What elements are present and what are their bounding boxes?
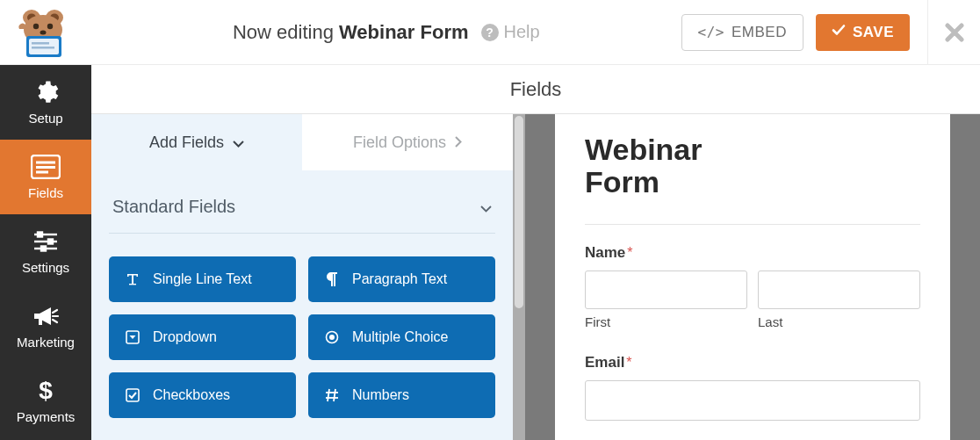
save-button[interactable]: SAVE xyxy=(816,14,910,51)
email-input[interactable] xyxy=(585,380,920,421)
form-icon xyxy=(31,154,61,180)
sidebar-label: Payments xyxy=(17,409,76,424)
top-bar: Now editing Webinar Form ? Help </> EMBE… xyxy=(0,0,980,65)
chevron-right-icon xyxy=(455,133,462,152)
save-label: SAVE xyxy=(853,24,894,41)
sidebar-item-setup[interactable]: Setup xyxy=(0,65,91,140)
preview-gutter xyxy=(525,114,555,440)
editing-label: Now editing Webinar Form xyxy=(233,21,469,44)
first-name-input[interactable] xyxy=(585,270,747,309)
svg-rect-10 xyxy=(32,42,49,45)
tab-field-options[interactable]: Field Options xyxy=(302,114,513,170)
dollar-icon: $ xyxy=(37,378,54,404)
svg-rect-19 xyxy=(38,233,42,237)
group-title: Standard Fields xyxy=(112,197,235,217)
required-indicator: * xyxy=(627,245,632,260)
svg-point-7 xyxy=(40,30,47,34)
preview-gutter xyxy=(950,114,980,440)
svg-point-6 xyxy=(47,23,53,28)
help-icon: ? xyxy=(481,24,499,41)
svg-rect-28 xyxy=(126,389,139,401)
svg-line-29 xyxy=(328,389,329,401)
sidebar-item-settings[interactable]: Settings xyxy=(0,214,91,289)
field-label: Dropdown xyxy=(153,329,217,345)
svg-line-30 xyxy=(334,389,335,401)
svg-rect-20 xyxy=(48,240,53,244)
svg-rect-21 xyxy=(41,247,46,251)
sidebar-label: Settings xyxy=(22,260,69,275)
sliders-icon xyxy=(32,228,59,255)
sublabel-last: Last xyxy=(758,314,920,329)
panel-title: Fields xyxy=(91,65,980,114)
field-multiple-choice[interactable]: Multiple Choice xyxy=(308,314,495,360)
divider xyxy=(927,0,928,65)
chevron-down-icon xyxy=(233,133,244,152)
help-link[interactable]: ? Help xyxy=(481,22,540,42)
last-name-input[interactable] xyxy=(758,270,920,309)
divider xyxy=(585,224,920,225)
form-preview: Webinar Form Name* First Last xyxy=(555,114,950,440)
tab-label: Add Fields xyxy=(149,133,224,152)
svg-rect-14 xyxy=(36,166,55,169)
panel-scrollbar[interactable] xyxy=(513,114,525,440)
field-email[interactable]: Email* xyxy=(585,354,920,421)
svg-rect-24 xyxy=(129,284,136,285)
field-label: Multiple Choice xyxy=(352,329,448,345)
checkbox-icon xyxy=(125,388,141,402)
caret-square-icon xyxy=(125,330,141,344)
field-dropdown[interactable]: Dropdown xyxy=(109,314,296,360)
preview-form-title: Webinar Form xyxy=(585,133,760,199)
field-label: Email xyxy=(585,354,624,371)
text-icon xyxy=(125,272,141,286)
sidebar-label: Fields xyxy=(28,185,63,200)
gear-icon xyxy=(32,79,59,105)
embed-button[interactable]: </> EMBED xyxy=(681,14,803,51)
logo[interactable] xyxy=(14,10,91,55)
field-label: Paragraph Text xyxy=(352,271,447,287)
svg-rect-22 xyxy=(39,319,42,325)
form-name: Webinar Form xyxy=(339,21,469,43)
field-paragraph-text[interactable]: Paragraph Text xyxy=(308,256,495,302)
svg-rect-13 xyxy=(36,162,55,164)
sidebar: Setup Fields Settings Marketing $ Paymen… xyxy=(0,65,91,440)
sidebar-item-marketing[interactable]: Marketing xyxy=(0,289,91,364)
editing-prefix: Now editing xyxy=(233,21,334,43)
svg-point-27 xyxy=(329,335,335,340)
help-label: Help xyxy=(504,22,540,42)
field-name[interactable]: Name* First Last xyxy=(585,244,920,329)
field-label: Checkboxes xyxy=(153,387,230,403)
svg-point-5 xyxy=(33,23,39,28)
svg-rect-11 xyxy=(32,47,54,49)
radio-icon xyxy=(324,330,340,344)
svg-text:$: $ xyxy=(39,378,53,404)
wpforms-logo-icon xyxy=(14,10,65,55)
sidebar-label: Setup xyxy=(28,111,62,126)
field-label: Name xyxy=(585,244,625,261)
field-single-line-text[interactable]: Single Line Text xyxy=(109,256,296,302)
hash-icon xyxy=(324,388,340,402)
required-indicator: * xyxy=(626,355,631,370)
field-label: Single Line Text xyxy=(153,271,252,287)
field-group-header[interactable]: Standard Fields xyxy=(109,197,495,234)
close-button[interactable] xyxy=(945,23,964,42)
embed-label: EMBED xyxy=(731,24,787,41)
sidebar-item-fields[interactable]: Fields xyxy=(0,140,91,214)
check-icon xyxy=(832,23,846,41)
sidebar-item-payments[interactable]: $ Payments xyxy=(0,364,91,438)
bullhorn-icon xyxy=(32,303,60,329)
field-label: Numbers xyxy=(352,387,409,403)
field-numbers[interactable]: Numbers xyxy=(308,372,495,418)
fields-panel: Add Fields Field Options Standar xyxy=(91,114,513,440)
sublabel-first: First xyxy=(585,314,747,329)
close-icon xyxy=(945,23,964,42)
paragraph-icon xyxy=(324,272,340,286)
code-icon: </> xyxy=(698,24,724,40)
field-checkboxes[interactable]: Checkboxes xyxy=(109,372,296,418)
sidebar-label: Marketing xyxy=(17,335,75,350)
tab-add-fields[interactable]: Add Fields xyxy=(91,114,302,170)
chevron-down-icon xyxy=(480,197,492,217)
svg-rect-15 xyxy=(36,171,48,174)
tab-label: Field Options xyxy=(353,133,446,152)
